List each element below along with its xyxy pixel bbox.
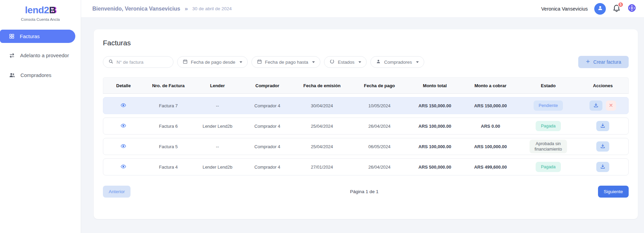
eye-icon xyxy=(120,143,126,150)
collect-amount-cell: ARS 499,600.00 xyxy=(462,165,519,170)
sidebar-item-facturas[interactable]: Facturas xyxy=(0,30,75,43)
download-button[interactable] xyxy=(589,100,602,111)
view-detail-button[interactable] xyxy=(120,102,127,110)
pay-date-cell: 26/04/2024 xyxy=(351,124,408,129)
pay-date-cell: 06/05/2024 xyxy=(351,144,408,149)
notification-count-badge: 5 xyxy=(618,2,624,7)
calendar-icon xyxy=(183,59,188,65)
filter-compradores[interactable]: Compradores xyxy=(370,56,424,68)
sidebar-item-compradores[interactable]: Compradores xyxy=(0,68,81,82)
column-header: Nro. de Factura xyxy=(144,83,193,88)
lender-cell: -- xyxy=(193,144,242,149)
status-badge: Aprobada sin financiamiento xyxy=(530,140,567,154)
buyer-cell: Comprador 4 xyxy=(242,165,293,170)
table-row: Factura 7 -- Comprador 4 30/04/2024 10/0… xyxy=(103,97,629,114)
chevron-down-icon xyxy=(240,61,242,63)
globe-icon xyxy=(627,3,637,14)
column-header: Acciones xyxy=(577,83,628,88)
table-row: Factura 6 Lender Lend2b Comprador 4 25/0… xyxy=(103,118,629,135)
issue-date-cell: 30/04/2024 xyxy=(293,103,351,108)
download-button[interactable] xyxy=(596,121,609,131)
filter-estados[interactable]: Estados xyxy=(324,56,367,68)
filter-date-from[interactable]: Fecha de pago desde xyxy=(177,56,248,68)
user-area: Veronica Vansevicius xyxy=(541,3,637,15)
column-header: Monto total xyxy=(408,83,462,88)
filter-bar: Fecha de pago desde Fecha de pago hasta xyxy=(103,56,629,68)
invoice-number-cell: Factura 6 xyxy=(144,124,193,129)
person-icon xyxy=(597,5,603,13)
download-button[interactable] xyxy=(596,162,609,172)
invoice-search[interactable] xyxy=(103,56,173,68)
logo-text: lend23B xyxy=(0,5,81,16)
breadcrumb: Bienvenido, Veronica Vansevicius » 30 de… xyxy=(92,5,232,12)
notifications-button[interactable]: 5 xyxy=(612,4,621,14)
page-info: Página 1 de 1 xyxy=(350,189,378,194)
next-page-button[interactable]: Siguiente xyxy=(598,186,629,198)
user-avatar[interactable] xyxy=(594,3,606,15)
column-header: Estado xyxy=(519,83,577,88)
user-name: Veronica Vansevicius xyxy=(541,6,588,12)
sidebar-item-label: Adelanto a proveedor xyxy=(20,52,69,58)
column-header: Comprador xyxy=(242,83,293,88)
create-invoice-label: Crear factura xyxy=(593,59,621,65)
total-amount-cell: ARS 500,000.00 xyxy=(408,165,462,170)
search-icon xyxy=(108,59,113,65)
total-amount-cell: ARS 100,000.00 xyxy=(408,144,462,149)
table-header-row: Detalle Nro. de Factura Lender Comprador… xyxy=(103,77,629,94)
filter-date-to[interactable]: Fecha de pago hasta xyxy=(251,56,321,68)
download-button[interactable] xyxy=(596,141,609,152)
create-invoice-button[interactable]: Crear factura xyxy=(578,56,629,68)
chevron-down-icon xyxy=(358,61,361,63)
column-header: Detalle xyxy=(103,83,144,88)
total-amount-cell: ARS 150,000.00 xyxy=(408,103,462,108)
column-header: Monto a cobrar xyxy=(462,83,519,88)
topbar: Bienvenido, Veronica Vansevicius » 30 de… xyxy=(81,0,644,18)
view-detail-button[interactable] xyxy=(120,142,127,151)
buyer-cell: Comprador 4 xyxy=(242,144,293,149)
filter-label: Compradores xyxy=(384,60,412,65)
calendar-icon xyxy=(257,59,262,65)
sidebar: lend23B Consola Cuenta Ancla Facturas xyxy=(0,0,81,233)
facturas-card: Facturas xyxy=(94,29,638,219)
pagination: Anterior Página 1 de 1 Siguiente xyxy=(103,186,629,198)
collect-amount-cell: ARS 150,000.00 xyxy=(462,103,519,108)
view-detail-button[interactable] xyxy=(120,122,127,130)
sidebar-item-adelanto-a-proveedor[interactable]: Adelanto a proveedor xyxy=(0,49,81,62)
people-icon xyxy=(9,72,15,78)
filter-label: Fecha de pago desde xyxy=(191,60,235,65)
brand-logo: lend23B Consola Cuenta Ancla xyxy=(0,0,81,21)
console-subtitle: Consola Cuenta Ancla xyxy=(0,17,81,21)
logo-b: B xyxy=(49,5,56,15)
pay-date-cell: 10/05/2024 xyxy=(351,103,408,108)
download-icon xyxy=(593,103,599,109)
delete-button[interactable] xyxy=(606,100,616,111)
buyer-cell: Comprador 4 xyxy=(242,103,293,108)
language-button[interactable] xyxy=(627,3,637,14)
current-date: 30 de abril de 2024 xyxy=(192,6,232,11)
download-icon xyxy=(600,123,605,129)
person-icon xyxy=(376,59,381,65)
main-area: Bienvenido, Veronica Vansevicius » 30 de… xyxy=(81,0,644,233)
filter-label: Fecha de pago hasta xyxy=(265,60,308,65)
collect-amount-cell: ARS 100,000.00 xyxy=(462,144,519,149)
buyer-cell: Comprador 4 xyxy=(242,124,293,129)
search-input[interactable] xyxy=(117,60,168,65)
eye-icon xyxy=(120,102,126,109)
chevron-down-icon xyxy=(312,61,315,63)
column-header: Lender xyxy=(193,83,242,88)
view-detail-button[interactable] xyxy=(120,163,127,171)
eye-icon xyxy=(120,164,126,171)
status-badge: Pendiente xyxy=(534,100,563,111)
column-header: Fecha de emisión xyxy=(293,83,351,88)
previous-page-button[interactable]: Anterior xyxy=(103,186,131,198)
sidebar-item-label: Facturas xyxy=(20,33,40,39)
logo-lend2: lend2 xyxy=(25,5,49,15)
invoice-number-cell: Factura 4 xyxy=(144,165,193,170)
lender-cell: Lender Lend2b xyxy=(193,124,242,129)
sidebar-nav: Facturas Adelanto a proveedor xyxy=(0,30,81,82)
status-circle-icon xyxy=(329,59,335,65)
column-header: Fecha de pago xyxy=(351,83,408,88)
swap-arrows-icon xyxy=(9,52,15,59)
close-icon xyxy=(609,103,613,108)
plus-icon xyxy=(586,59,590,65)
